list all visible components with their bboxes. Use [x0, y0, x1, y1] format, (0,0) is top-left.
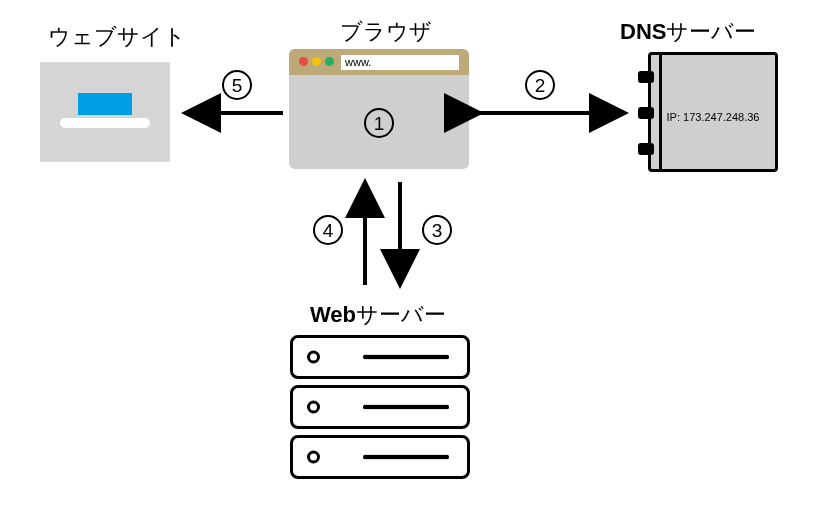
server-unit [290, 385, 470, 429]
website-box [40, 62, 170, 162]
dns-server-box: IP: 173.247.248.36 [648, 52, 778, 172]
label-webserver-bold: Web [310, 302, 356, 327]
dns-port-icon [638, 71, 654, 83]
label-webserver: Webサーバー [310, 300, 446, 330]
website-content-bar [60, 118, 150, 128]
server-unit [290, 335, 470, 379]
step-1-circle: 1 [364, 108, 394, 138]
step-5-circle: 5 [222, 70, 252, 100]
server-unit [290, 435, 470, 479]
label-dns: DNSサーバー [620, 17, 756, 47]
step-3-circle: 3 [422, 215, 452, 245]
label-browser: ブラウザ [340, 17, 432, 47]
web-server-stack [290, 335, 470, 485]
server-slot-icon [363, 405, 449, 410]
step-4-circle: 4 [313, 215, 343, 245]
traffic-light-close-icon [299, 57, 308, 66]
traffic-light-min-icon [312, 57, 321, 66]
website-content-icon [78, 93, 132, 115]
traffic-light-max-icon [325, 57, 334, 66]
dns-port-icon [638, 143, 654, 155]
step-2-circle: 2 [525, 70, 555, 100]
label-webserver-suffix: サーバー [356, 302, 446, 327]
server-led-icon [307, 401, 320, 414]
browser-url-field: www. [341, 55, 459, 70]
dns-ip-text: IP: 173.247.248.36 [651, 111, 775, 123]
browser-titlebar: www. [289, 49, 469, 75]
server-led-icon [307, 351, 320, 364]
label-website: ウェブサイト [48, 22, 186, 52]
server-slot-icon [363, 355, 449, 360]
server-led-icon [307, 451, 320, 464]
label-dns-bold: DNS [620, 19, 666, 44]
server-slot-icon [363, 455, 449, 460]
browser-window: www. 1 [289, 49, 469, 169]
label-dns-suffix: サーバー [666, 19, 756, 44]
